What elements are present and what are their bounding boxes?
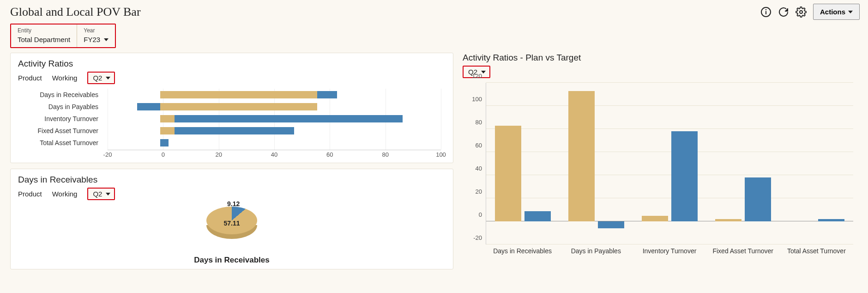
pie-slice-label: 9.12 bbox=[227, 200, 240, 208]
hbar-segment bbox=[160, 139, 169, 146]
panel-plan-vs-target: Activity Ratios - Plan vs Target Q2 -200… bbox=[463, 53, 858, 258]
panel-days-in-receivables: Days in Receivables Product Working Q2 9… bbox=[10, 169, 453, 269]
axis-tick: 80 bbox=[476, 119, 482, 126]
svg-point-3 bbox=[800, 11, 802, 13]
vbar-bar bbox=[715, 219, 741, 221]
chevron-down-icon bbox=[848, 11, 853, 13]
vbar-category-label: Total Asset Turnover bbox=[787, 247, 846, 255]
panel-title: Activity Ratios bbox=[18, 59, 446, 69]
refresh-icon[interactable] bbox=[778, 6, 789, 18]
local-pov-item[interactable]: Working bbox=[52, 74, 78, 82]
vbar-bar bbox=[818, 219, 844, 221]
hbar-segment bbox=[175, 127, 295, 134]
axis-tick: 20 bbox=[215, 151, 222, 158]
axis-tick: -20 bbox=[473, 234, 482, 241]
hbar-segment bbox=[160, 127, 175, 134]
axis-tick: 100 bbox=[472, 96, 482, 103]
axis-tick: 20 bbox=[476, 188, 482, 195]
pov-year-label: Year bbox=[84, 27, 108, 34]
local-pov-item[interactable]: Product bbox=[18, 190, 42, 198]
axis-tick: 120 bbox=[472, 73, 482, 79]
hbar-category-label: Inventory Turnover bbox=[24, 115, 103, 122]
toolbar: Actions bbox=[760, 4, 860, 20]
panel-title: Days in Receivables bbox=[18, 175, 446, 185]
hbar-segment bbox=[160, 103, 317, 110]
local-pov-item[interactable]: Product bbox=[18, 74, 42, 82]
hbar-category-label: Fixed Asset Turnover bbox=[24, 127, 103, 134]
vbar-bar bbox=[495, 126, 521, 222]
axis-tick: 60 bbox=[476, 142, 482, 149]
actions-button-label: Actions bbox=[820, 8, 845, 16]
pov-entity-value: Total Department bbox=[18, 36, 70, 43]
local-pov-bar: Product Working Q2 bbox=[18, 188, 446, 200]
pie-title: Days in Receivables bbox=[18, 256, 446, 265]
period-value: Q2 bbox=[93, 74, 102, 82]
axis-tick: 0 bbox=[162, 151, 165, 158]
axis-tick: 40 bbox=[271, 151, 277, 158]
actions-button[interactable]: Actions bbox=[813, 4, 860, 20]
vbar-chart: -20020406080100120Days in ReceivablesDay… bbox=[463, 83, 858, 258]
local-pov-item[interactable]: Working bbox=[52, 190, 78, 198]
axis-tick: 40 bbox=[476, 165, 482, 172]
period-dropdown[interactable]: Q2 bbox=[87, 72, 115, 84]
hbar-segment bbox=[160, 91, 317, 98]
pov-entity[interactable]: Entity Total Department bbox=[11, 24, 77, 47]
panel-title: Activity Ratios - Plan vs Target bbox=[463, 53, 858, 63]
local-pov-bar: Product Working Q2 bbox=[18, 72, 446, 84]
chevron-down-icon bbox=[106, 77, 110, 79]
info-icon[interactable] bbox=[760, 6, 772, 18]
chevron-down-icon bbox=[104, 38, 108, 41]
vbar-bar bbox=[598, 221, 624, 228]
global-pov-bar: Entity Total Department Year FY23 bbox=[10, 24, 116, 48]
vbar-bar bbox=[568, 91, 595, 222]
vbar-bar bbox=[642, 216, 668, 222]
panel-activity-ratios: Activity Ratios Product Working Q2 Days … bbox=[10, 53, 453, 163]
svg-point-2 bbox=[766, 9, 766, 10]
vbar-category-label: Inventory Turnover bbox=[643, 247, 697, 255]
period-dropdown[interactable]: Q2 bbox=[87, 188, 115, 200]
axis-tick: 80 bbox=[382, 151, 388, 158]
vbar-category-label: Days in Receivables bbox=[493, 247, 552, 255]
hbar-segment bbox=[137, 103, 160, 110]
settings-icon[interactable] bbox=[796, 6, 807, 18]
hbar-segment bbox=[160, 115, 175, 122]
pov-year-value: FY23 bbox=[84, 36, 100, 43]
period-value: Q2 bbox=[93, 190, 102, 198]
pov-entity-label: Entity bbox=[18, 27, 70, 34]
page-title: Global and Local POV Bar bbox=[10, 5, 141, 19]
vbar-bar bbox=[745, 177, 771, 221]
hbar-category-label: Days in Receivables bbox=[24, 91, 103, 98]
axis-tick: 0 bbox=[479, 211, 482, 218]
axis-tick: 100 bbox=[436, 151, 446, 158]
vbar-bar bbox=[671, 131, 698, 221]
hbar-segment bbox=[175, 115, 403, 122]
vbar-category-label: Days in Payables bbox=[571, 247, 621, 255]
hbar-segment bbox=[317, 91, 337, 98]
pov-year[interactable]: Year FY23 bbox=[77, 24, 115, 47]
hbar-category-label: Total Asset Turnover bbox=[24, 139, 103, 146]
chevron-down-icon bbox=[106, 193, 110, 195]
local-pov-bar: Q2 bbox=[463, 66, 858, 78]
vbar-category-label: Fixed Asset Turnover bbox=[712, 247, 773, 255]
hbar-category-label: Days in Payables bbox=[24, 103, 103, 110]
axis-tick: -20 bbox=[103, 151, 112, 158]
vbar-bar bbox=[524, 211, 551, 222]
hbar-chart: Days in ReceivablesDays in PayablesInven… bbox=[24, 89, 446, 158]
pie-chart: 9.12 57.11 Days in Receivables bbox=[18, 205, 446, 265]
pie-slice-label: 57.11 bbox=[223, 220, 240, 227]
axis-tick: 60 bbox=[326, 151, 333, 158]
